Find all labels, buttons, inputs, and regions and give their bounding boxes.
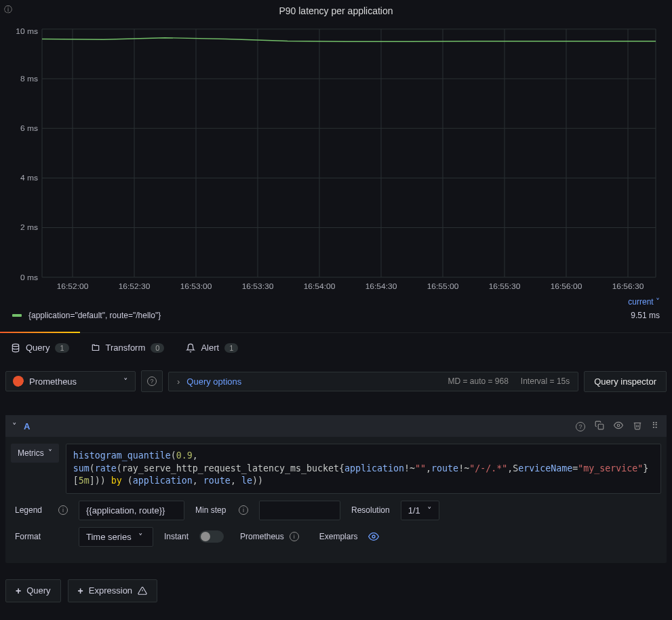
query-options-md: MD = auto = 968	[448, 376, 508, 386]
tab-query[interactable]: Query 1	[0, 333, 80, 362]
chevron-down-icon: ˅	[123, 376, 128, 387]
x-tick-3: 16:53:30	[242, 282, 274, 291]
query-collapse-toggle[interactable]: ˅	[12, 421, 17, 431]
x-tick-9: 16:56:30	[612, 282, 644, 291]
legend-label: Legend	[15, 505, 42, 515]
query-letter[interactable]: A	[24, 421, 30, 431]
query-help-icon[interactable]: ?	[576, 421, 585, 431]
legend-mode-dropdown[interactable]: current ˅	[628, 297, 660, 307]
y-tick-1: 2 ms	[20, 223, 38, 233]
format-select[interactable]: Time series ˅	[79, 527, 153, 547]
query-copy-icon[interactable]	[595, 421, 604, 431]
chevron-right-icon[interactable]: ›	[177, 376, 180, 387]
chevron-down-icon: ˅	[138, 532, 143, 542]
info-icon[interactable]: i	[239, 505, 248, 515]
x-tick-4: 16:54:00	[304, 282, 336, 291]
exemplars-toggle-icon[interactable]	[368, 531, 379, 542]
x-tick-7: 16:55:30	[489, 282, 521, 291]
y-tick-3: 6 ms	[20, 123, 38, 133]
legend-series-name[interactable]: {application="default", route="/hello"}	[28, 311, 161, 320]
exemplars-label: Exemplars	[319, 532, 358, 541]
tab-transform-label: Transform	[106, 343, 146, 353]
database-icon	[11, 343, 20, 353]
x-tick-2: 16:53:00	[180, 282, 212, 291]
svg-point-20	[617, 424, 620, 427]
resolution-select[interactable]: 1/1 ˅	[401, 501, 439, 520]
svg-point-21	[372, 535, 375, 538]
warning-icon	[138, 586, 147, 596]
x-tick-0: 16:52:00	[57, 282, 89, 291]
plus-icon: +	[16, 585, 21, 596]
tab-query-count: 1	[55, 343, 68, 353]
x-tick-8: 16:56:00	[551, 282, 582, 291]
x-tick-6: 16:55:00	[427, 282, 459, 291]
instant-label: Instant	[164, 532, 189, 541]
y-tick-0: 0 ms	[20, 273, 38, 282]
min-step-label: Min step	[195, 505, 226, 515]
datasource-help-button[interactable]: ?	[141, 370, 163, 392]
chevron-down-icon: ˅	[656, 297, 660, 307]
bell-icon	[186, 343, 195, 353]
svg-rect-19	[598, 424, 604, 429]
resolution-label: Resolution	[351, 505, 390, 515]
chevron-down-icon: ˅	[48, 448, 52, 458]
info-icon[interactable]: i	[58, 505, 68, 515]
min-step-input[interactable]	[259, 501, 340, 520]
x-tick-5: 16:54:30	[365, 282, 397, 291]
panel-title: P90 latency per application	[279, 5, 393, 16]
plus-icon: +	[78, 585, 83, 596]
instant-toggle[interactable]	[199, 530, 224, 543]
y-tick-4: 8 ms	[20, 74, 38, 83]
tab-transform-count: 0	[151, 343, 164, 353]
query-options-link[interactable]: Query options	[186, 376, 241, 387]
tab-alert[interactable]: Alert 1	[175, 333, 249, 362]
query-drag-icon[interactable]: ⠿	[652, 421, 660, 431]
prometheus-logo-icon	[13, 376, 24, 387]
datasource-select[interactable]: Prometheus ˅	[5, 371, 136, 391]
metrics-label[interactable]: Metrics ˅	[11, 444, 59, 463]
svg-point-18	[12, 344, 18, 347]
x-tick-1: 16:52:30	[119, 282, 151, 291]
y-tick-2: 4 ms	[20, 173, 38, 182]
legend-color-swatch[interactable]	[12, 314, 22, 317]
chart-svg: 0 ms 2 ms 4 ms 6 ms 8 ms 10 ms	[8, 26, 664, 297]
question-icon: ?	[147, 376, 157, 386]
datasource-name: Prometheus	[29, 376, 77, 387]
tab-transform[interactable]: Transform 0	[80, 333, 176, 362]
tab-alert-label: Alert	[201, 343, 219, 353]
promql-editor[interactable]: histogram_quantile(0.9, sum(rate(ray_ser…	[66, 444, 661, 494]
tab-alert-count: 1	[224, 343, 238, 353]
tab-query-label: Query	[26, 343, 50, 353]
panel-info-icon[interactable]: ⓘ	[4, 4, 12, 16]
legend-input[interactable]	[79, 501, 184, 520]
query-options-interval: Interval = 15s	[521, 376, 570, 386]
legend-current-value: 9.51 ms	[631, 311, 660, 320]
info-icon[interactable]: i	[290, 532, 299, 541]
format-label: Format	[15, 532, 41, 541]
chart-area[interactable]: 0 ms 2 ms 4 ms 6 ms 8 ms 10 ms	[0, 19, 672, 297]
query-visibility-icon[interactable]	[614, 421, 623, 431]
transform-icon	[91, 343, 100, 353]
chevron-down-icon: ˅	[427, 505, 432, 516]
prometheus-label: Prometheus	[240, 532, 284, 541]
add-expression-button[interactable]: + Expression	[68, 579, 158, 602]
query-inspector-button[interactable]: Query inspector	[584, 371, 667, 392]
query-delete-icon[interactable]	[633, 421, 642, 431]
y-tick-5: 10 ms	[16, 26, 38, 36]
add-query-button[interactable]: + Query	[5, 579, 61, 602]
